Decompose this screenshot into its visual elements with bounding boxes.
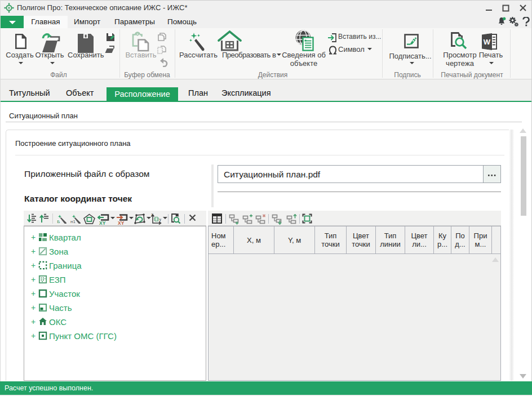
svg-text:XY: XY	[118, 220, 125, 225]
svg-text:н1: н1	[70, 219, 76, 224]
svg-text:XY: XY	[99, 220, 106, 225]
svg-text:x: x	[152, 213, 154, 216]
svg-text:W: W	[484, 38, 491, 46]
svg-text:y: y	[159, 217, 162, 222]
svg-text:Б: Б	[57, 219, 60, 224]
